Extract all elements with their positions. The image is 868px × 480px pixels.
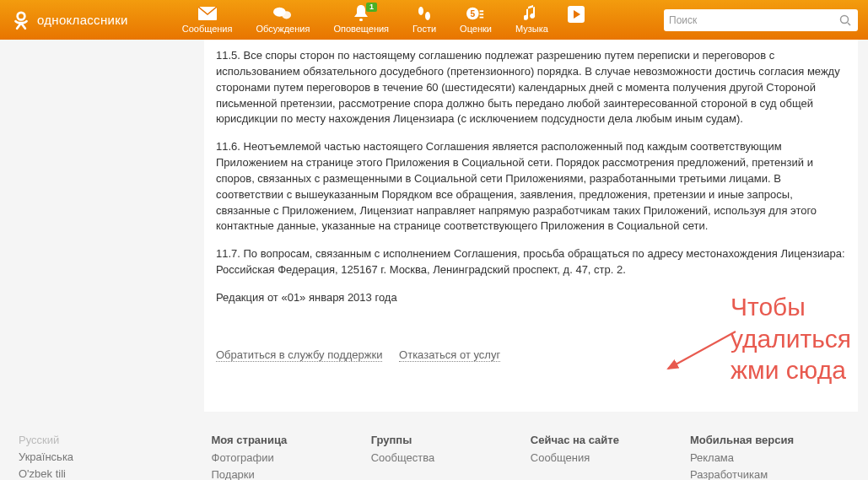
svg-point-3 (282, 11, 291, 19)
play-icon (567, 6, 585, 23)
nav-messages[interactable]: Сообщения (170, 2, 245, 39)
footer-link[interactable]: Реклама (690, 451, 849, 464)
footer: Русский Українська O'zbek tili Моя стран… (0, 412, 868, 480)
footer-col-mypage: Моя страница Фотографии Подарки (212, 434, 371, 480)
footer-heading: Сейчас на сайте (531, 434, 690, 446)
support-link[interactable]: Обратиться в службу поддержки (216, 348, 382, 362)
nav-play[interactable] (560, 2, 592, 39)
footer-col-groups: Группы Сообщества (371, 434, 531, 480)
ok-logo-icon (10, 9, 32, 31)
envelope-icon (198, 5, 217, 22)
svg-text:5: 5 (471, 8, 476, 18)
nav-label: Сообщения (182, 24, 233, 34)
nav-discussions[interactable]: Обсуждения (244, 2, 321, 39)
speech-bubbles-icon (273, 5, 292, 22)
brand-name: одноклассники (37, 13, 128, 27)
footer-link[interactable]: Сообщения (531, 451, 690, 464)
para-11-7: 11.7. По вопросам, связанным с исполнени… (216, 246, 846, 278)
nav-guests[interactable]: Гости (401, 2, 448, 39)
nav-music[interactable]: Музыка (504, 2, 560, 39)
para-11-6: 11.6. Неотъемлемой частью настоящего Сог… (216, 139, 846, 235)
footer-link[interactable]: Сообщества (371, 451, 531, 464)
svg-point-10 (841, 15, 849, 23)
footer-languages: Русский Українська O'zbek tili (19, 434, 212, 480)
footprints-icon (415, 5, 434, 22)
notification-badge: 1 (366, 3, 377, 12)
svg-point-6 (425, 12, 430, 20)
lang-uz[interactable]: O'zbek tili (19, 467, 212, 480)
footer-link[interactable]: Подарки (212, 468, 371, 480)
footer-link[interactable]: Фотографии (212, 451, 371, 464)
footer-col-mobile: Мобильная версия Реклама Разработчикам (690, 434, 849, 480)
svg-point-0 (18, 12, 25, 19)
revision-text: Редакция от «01» января 2013 года (216, 290, 846, 306)
nav-label: Обсуждения (256, 24, 310, 34)
top-nav: Сообщения Обсуждения 1 Оповещения Гости … (170, 2, 592, 39)
footer-heading: Моя страница (212, 434, 371, 446)
para-11-5: 11.5. Все споры сторон по настоящему сог… (216, 48, 846, 127)
magnifier-icon (839, 14, 851, 26)
svg-rect-4 (359, 19, 363, 21)
svg-point-5 (418, 7, 423, 15)
nav-label (574, 24, 577, 35)
action-links: Обратиться в службу поддержки Отказаться… (216, 348, 846, 361)
nav-label: Гости (412, 24, 436, 34)
nav-marks[interactable]: 5 Оценки (448, 2, 504, 39)
top-header: одноклассники Сообщения Обсуждения 1 Опо… (0, 0, 868, 40)
main-container: 11.5. Все споры сторон по настоящему сог… (0, 40, 868, 412)
lang-ru[interactable]: Русский (19, 434, 212, 446)
footer-heading: Группы (371, 434, 531, 446)
music-note-icon (522, 5, 541, 22)
nav-notifications[interactable]: 1 Оповещения (321, 2, 401, 39)
footer-col-online: Сейчас на сайте Сообщения (531, 434, 690, 480)
search-input[interactable] (669, 14, 838, 26)
search-button[interactable] (838, 13, 853, 28)
footer-heading: Мобильная версия (690, 434, 849, 446)
svg-line-11 (848, 23, 850, 25)
content-area: 11.5. Все споры сторон по настоящему сог… (204, 40, 858, 412)
brand-logo[interactable]: одноклассники (10, 9, 128, 31)
lang-ua[interactable]: Українська (19, 450, 212, 463)
nav-label: Оценки (460, 24, 492, 34)
nav-label: Музыка (515, 24, 548, 34)
left-sidebar (0, 40, 204, 412)
search-box[interactable] (664, 9, 858, 31)
rating-5-icon: 5 (466, 5, 485, 22)
nav-label: Оповещения (333, 24, 389, 34)
refuse-services-link[interactable]: Отказаться от услуг (399, 348, 500, 362)
footer-link[interactable]: Разработчикам (690, 468, 849, 480)
